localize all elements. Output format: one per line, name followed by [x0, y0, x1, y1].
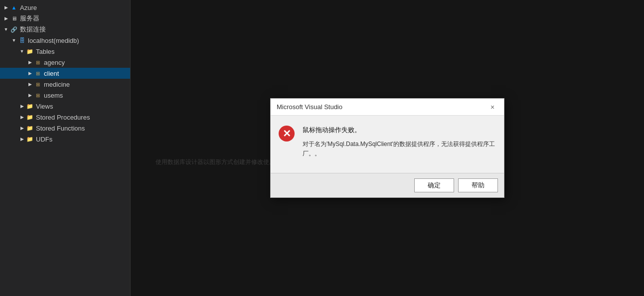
tables-folder-icon: 📁	[26, 47, 34, 55]
error-icon: ✕	[279, 126, 295, 142]
azure-icon: ▲	[10, 3, 18, 11]
expand-arrow-medicine	[26, 80, 34, 88]
sidebar-item-medicine-label: medicine	[44, 81, 70, 88]
sidebar-item-tables-label: Tables	[36, 48, 55, 55]
modal-overlay: Microsoft Visual Studio × ✕ 鼠标拖动操作失败。 对于…	[131, 0, 644, 296]
ok-button[interactable]: 确定	[414, 178, 454, 192]
expand-arrow-agency	[26, 58, 34, 66]
modal-footer: 确定 帮助	[271, 173, 504, 197]
sidebar-item-localhost[interactable]: 🗄 localhost(medidb)	[0, 35, 130, 46]
modal-title: Microsoft Visual Studio	[277, 103, 342, 111]
sidebar-item-udfs-label: UDFs	[36, 136, 52, 143]
sidebar-item-udfs[interactable]: 📁 UDFs	[0, 134, 130, 145]
expand-arrow-localhost	[10, 36, 18, 44]
sidebar-item-client[interactable]: ⊞ client	[0, 68, 130, 79]
main-area: 使用数据库设计器以图形方式创建并修改使用光标到列/数据库 Microsoft V…	[131, 0, 644, 296]
sidebar-item-stored-procedures-label: Stored Procedures	[36, 114, 90, 121]
agency-table-icon: ⊞	[34, 58, 42, 66]
sidebar-item-servers[interactable]: 🖥 服务器	[0, 13, 130, 24]
expand-arrow-client	[26, 69, 34, 77]
sidebar-item-agency[interactable]: ⊞ agency	[0, 57, 130, 68]
modal-error-detail: 对于名为'MySql.Data.MySqlClient'的数据提供程序，无法获得…	[303, 140, 496, 158]
views-folder-icon: 📁	[26, 102, 34, 110]
help-button[interactable]: 帮助	[458, 178, 498, 192]
expand-arrow-tables	[18, 47, 26, 55]
modal-dialog: Microsoft Visual Studio × ✕ 鼠标拖动操作失败。 对于…	[270, 98, 504, 198]
db-icon: 🗄	[18, 36, 26, 44]
client-table-icon: ⊞	[34, 69, 42, 77]
sidebar-item-azure[interactable]: ▲ Azure	[0, 2, 130, 13]
stored-procedures-folder-icon: 📁	[26, 113, 34, 121]
sidebar-item-usems-label: usems	[44, 92, 63, 99]
medicine-table-icon: ⊞	[34, 80, 42, 88]
expand-arrow-data-connections	[2, 25, 10, 33]
expand-arrow-stored-procedures	[18, 113, 26, 121]
sidebar-item-data-connections-label: 数据连接	[20, 25, 46, 34]
sidebar-item-stored-functions[interactable]: 📁 Stored Functions	[0, 123, 130, 134]
stored-functions-folder-icon: 📁	[26, 124, 34, 132]
sidebar-item-tables[interactable]: 📁 Tables	[0, 46, 130, 57]
sidebar-item-views[interactable]: 📁 Views	[0, 101, 130, 112]
sidebar-item-client-label: client	[44, 70, 59, 77]
modal-titlebar: Microsoft Visual Studio ×	[271, 99, 504, 116]
sidebar-item-azure-label: Azure	[20, 4, 37, 11]
data-connections-icon: 🔗	[10, 25, 18, 33]
modal-message: 鼠标拖动操作失败。 对于名为'MySql.Data.MySqlClient'的数…	[303, 126, 496, 158]
expand-arrow-servers	[2, 14, 10, 22]
expand-arrow-usems	[26, 91, 34, 99]
sidebar-item-agency-label: agency	[44, 59, 65, 66]
udfs-folder-icon: 📁	[26, 135, 34, 143]
server-icon: 🖥	[10, 14, 18, 22]
modal-close-button[interactable]: ×	[487, 102, 498, 113]
sidebar: ▲ Azure 🖥 服务器 🔗 数据连接 🗄 localhost(medidb)…	[0, 0, 131, 296]
sidebar-item-usems[interactable]: ⊞ usems	[0, 90, 130, 101]
sidebar-item-medicine[interactable]: ⊞ medicine	[0, 79, 130, 90]
sidebar-item-data-connections[interactable]: 🔗 数据连接	[0, 24, 130, 35]
sidebar-item-stored-functions-label: Stored Functions	[36, 125, 85, 132]
sidebar-item-localhost-label: localhost(medidb)	[28, 37, 79, 44]
sidebar-item-servers-label: 服务器	[20, 14, 39, 23]
sidebar-item-views-label: Views	[36, 103, 53, 110]
expand-arrow-udfs	[18, 135, 26, 143]
sidebar-item-stored-procedures[interactable]: 📁 Stored Procedures	[0, 112, 130, 123]
modal-body: ✕ 鼠标拖动操作失败。 对于名为'MySql.Data.MySqlClient'…	[271, 116, 504, 173]
expand-arrow-views	[18, 102, 26, 110]
usems-table-icon: ⊞	[34, 91, 42, 99]
expand-arrow-azure	[2, 3, 10, 11]
modal-error-title: 鼠标拖动操作失败。	[303, 126, 496, 135]
expand-arrow-stored-functions	[18, 124, 26, 132]
